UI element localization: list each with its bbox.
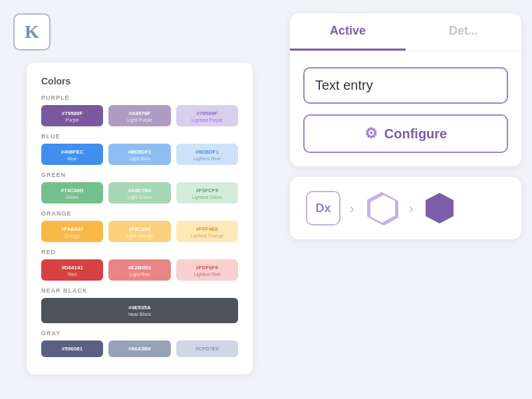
tab-detail[interactable]: Det... (406, 13, 521, 51)
swatch-purple: #79589F Purple (41, 105, 103, 126)
swatch-red: #D64141 Red (41, 259, 103, 281)
color-row-purple: #79589F Purple #A9978F Light Purple #795… (41, 105, 238, 126)
pipeline-arrow-2: › (409, 201, 414, 216)
section-label-red: RED (41, 249, 238, 255)
svg-marker-2 (368, 193, 396, 223)
tabs-body: ⚙ Configure (290, 51, 521, 166)
hex-stack-icon (364, 190, 400, 226)
logo-box: K (13, 13, 51, 51)
swatch-gray-1: #596081 (41, 340, 103, 357)
swatch-light-red: #E2B0B0 Light Red (108, 259, 170, 281)
tabs-card: Active Det... ⚙ Configure (290, 13, 521, 166)
hex-solid-icon (422, 191, 457, 225)
section-label-gray: GRAY (41, 330, 238, 336)
color-card: Colors PURPLE #79589F Purple #A9978F Lig… (27, 63, 253, 374)
swatch-lightest-green: #F3FCF9 Lightest Green (176, 182, 238, 203)
swatch-light-blue: #8EBDF1 Light Blue (108, 144, 170, 165)
section-label-green: GREEN (41, 172, 238, 178)
swatch-orange: #FAB847 Orange (41, 221, 103, 242)
swatch-lightest-red: #FDF6F6 Lightest Red (176, 259, 238, 281)
gear-icon: ⚙ (364, 125, 378, 142)
swatch-lightest-purple: #79589F Lightest Purple (176, 105, 238, 126)
pipeline-hex-stack (364, 190, 400, 226)
swatch-light-purple: #A9978F Light Purple (108, 105, 170, 126)
pipeline-dx-label: Dx (315, 201, 331, 215)
tab-active[interactable]: Active (290, 13, 406, 51)
color-row-blue: #408FEC Blue #8EBDF1 Light Blue #8EBDF1 … (41, 144, 238, 165)
swatch-green: #74C08D Green (41, 182, 103, 203)
swatch-light-orange: #F8C200 Light Orange (108, 221, 170, 242)
swatch-near-black: #4E535A Near Black (41, 298, 238, 323)
card-title: Colors (41, 76, 238, 86)
right-panel: Active Det... ⚙ Configure Dx › (279, 0, 532, 399)
pipeline-card: Dx › › (290, 177, 521, 239)
swatch-light-green: #A8D7B4 Light Green (108, 182, 170, 203)
pipeline-arrow-1: › (350, 201, 354, 216)
color-row-red: #D64141 Red #E2B0B0 Light Red #FDF6F6 Li… (41, 259, 238, 281)
swatch-lightest-blue: #8EBDF1 Lightest Blue (176, 144, 238, 165)
configure-label: Configure (384, 126, 447, 142)
left-panel: K Colors PURPLE #79589F Purple #A9978F L… (0, 0, 279, 399)
swatch-gray-3: #CFD7E6 (176, 340, 238, 357)
section-label-purple: PURPLE (41, 94, 238, 101)
tabs-header: Active Det... (290, 13, 521, 51)
swatch-gray-2: #96A3B6 (108, 340, 170, 357)
color-row-green: #74C08D Green #A8D7B4 Light Green #F3FCF… (41, 182, 238, 203)
swatch-blue: #408FEC Blue (41, 144, 103, 165)
section-label-blue: BLUE (41, 133, 238, 140)
pipeline-dx-box: Dx (306, 191, 340, 225)
color-row-orange: #FAB847 Orange #F8C200 Light Orange #FFF… (41, 221, 238, 242)
color-row-gray: #596081 #96A3B6 #CFD7E6 (41, 340, 238, 357)
svg-marker-3 (426, 193, 454, 223)
configure-button[interactable]: ⚙ Configure (303, 114, 508, 153)
section-label-near-black: NEAR BLACK (41, 287, 238, 294)
swatch-lightest-orange: #FFF4E6 Lightest Orange (176, 221, 238, 242)
text-entry-input[interactable] (303, 67, 508, 104)
logo-letter: K (25, 21, 39, 43)
section-label-orange: ORANGE (41, 210, 238, 217)
color-row-near-black: #4E535A Near Black (41, 298, 238, 323)
pipeline-hex-solid (422, 191, 457, 225)
